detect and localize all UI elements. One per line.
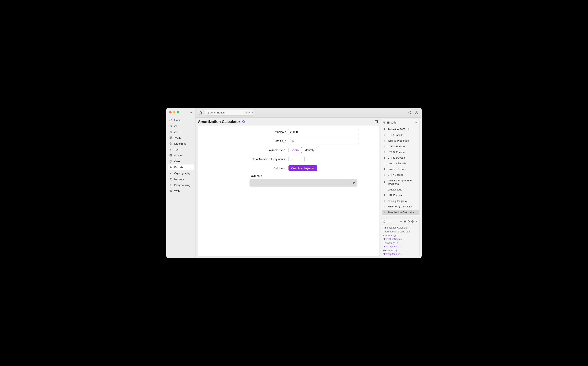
rate-input[interactable] (288, 138, 359, 144)
share-icon[interactable] (407, 110, 412, 115)
window-minimize-dot[interactable] (173, 111, 175, 114)
sidebar-item-datetime[interactable]: Date/Time (168, 141, 194, 146)
tool-item[interactable]: UTF8 Encode (382, 132, 419, 138)
info-repository: Repository: https://github.com… (383, 242, 417, 248)
kbd-cmd: ⌘ (245, 111, 249, 114)
payment-output (249, 179, 357, 187)
search-input[interactable] (210, 111, 243, 114)
tool-item[interactable]: Unicode Encode (382, 161, 419, 167)
tool-item[interactable]: Properties To Toml (382, 127, 419, 132)
info-header: 0.0.7 (381, 218, 419, 225)
encode-icon (169, 166, 172, 169)
clock-icon (169, 142, 172, 145)
info-name: Amortization Calculator (383, 226, 417, 229)
sidebar-item-label: Network (174, 178, 184, 181)
text-icon (169, 148, 172, 151)
label-rate: Rate (%) (217, 139, 286, 143)
copy-icon[interactable] (352, 181, 355, 184)
user-icon[interactable] (414, 110, 419, 115)
tool-icon (383, 188, 386, 191)
bolt-icon (169, 183, 172, 187)
copy-icon[interactable] (400, 220, 402, 223)
sidebar-item-json[interactable]: JSON (168, 129, 194, 135)
svg-point-16 (408, 112, 409, 113)
link-icon (394, 235, 396, 237)
info-tool-link-label: Tool Link: (383, 234, 393, 237)
panel-toggle-icon[interactable] (375, 120, 378, 123)
sidebar-item-yaml[interactable]: YAML (168, 135, 194, 140)
info-icon (383, 220, 385, 223)
github-icon[interactable] (407, 220, 410, 223)
tool-item[interactable]: Unicode Decode (382, 167, 419, 172)
form: Principal Rate (%) Payment Type Yearly M… (217, 129, 359, 187)
segment-yearly[interactable]: Yearly (288, 147, 302, 153)
tool-item[interactable]: URL Decode (382, 187, 419, 193)
svg-point-20 (416, 112, 417, 113)
svg-rect-66 (394, 235, 395, 236)
search-box[interactable]: ⌘ + K (205, 110, 253, 116)
row-principal: Principal (217, 129, 359, 135)
tool-item[interactable]: Toml To Properties (382, 138, 419, 144)
tool-item-label: UTF16 Encode (388, 145, 405, 148)
principal-input[interactable] (288, 129, 359, 135)
tool-item-label: Properties To Toml (388, 128, 409, 131)
sidebar-item-cryptography[interactable]: Cryptography (168, 170, 194, 176)
sidebar-item-label: Image (174, 154, 182, 157)
svg-line-19 (409, 113, 410, 113)
tool-item[interactable]: XIRR(ROI) Calculator (382, 204, 419, 210)
feedback-link[interactable]: https://github.com/… (383, 253, 405, 255)
sidebar-item-image[interactable]: Image (168, 153, 194, 158)
sidebar-item-all[interactable]: All (168, 123, 194, 129)
tool-item[interactable]: UTF7 Decode (382, 172, 419, 178)
svg-point-17 (410, 113, 411, 114)
tool-list-header[interactable]: Encode (381, 119, 419, 126)
window-close-dot[interactable] (169, 111, 172, 114)
segment-monthly[interactable]: Monthly (302, 147, 317, 153)
chevron-down-icon[interactable] (415, 220, 417, 223)
row-payment-type: Payment Type Yearly Monthly (217, 147, 359, 153)
check-icon[interactable] (411, 220, 414, 223)
star-icon[interactable] (242, 120, 245, 123)
sidebar-item-color[interactable]: Color (168, 159, 194, 164)
tool-item[interactable]: Chinese Simplified to Traditional (382, 178, 419, 187)
sidebar-item-label: Home (174, 119, 181, 122)
repo-link[interactable]: https://github.com… (383, 245, 405, 248)
form-card: Principal Rate (%) Payment Type Yearly M… (197, 125, 379, 256)
sidebar-item-text[interactable]: Text (168, 147, 194, 152)
tool-item[interactable]: UTF32 Decode (382, 155, 419, 161)
home-button[interactable] (198, 111, 202, 115)
tool-item-active[interactable]: Amortization Calculator (382, 210, 419, 215)
tool-item[interactable]: en-singular-plural (382, 198, 419, 204)
page-title: Amortization Calculator (198, 120, 240, 124)
info-published: Published at: 5 days ago (383, 230, 417, 233)
sidebar-item-label: Text (174, 148, 179, 151)
calculate-button[interactable]: Calculate Payment (288, 165, 317, 171)
tool-icon (383, 162, 386, 165)
tool-item[interactable]: UTF16 Encode (382, 144, 419, 150)
sidebar-item-network[interactable]: Network (168, 176, 194, 182)
globe-icon[interactable] (404, 220, 406, 223)
sidebar-item-web[interactable]: Web (168, 188, 194, 194)
label-calculate: Calculate (217, 167, 286, 170)
svg-point-13 (207, 112, 208, 113)
sidebar-item-label: Programming (174, 183, 190, 187)
window-maximize-dot[interactable] (177, 111, 179, 114)
kbd-plus: + (249, 112, 250, 114)
tool-item-label: UTF32 Encode (388, 151, 405, 154)
tool-item[interactable]: URL Encode (382, 193, 419, 198)
image-icon (169, 154, 172, 157)
sidebar-item-encode[interactable]: Encode (168, 165, 194, 170)
tool-item[interactable]: UTF32 Encode (382, 150, 419, 155)
sidebar-item-programming[interactable]: Programming (168, 182, 194, 188)
sidebar-item-home[interactable]: Home (168, 117, 194, 123)
total-payments-input[interactable] (288, 156, 305, 162)
cryptography-icon (169, 172, 172, 175)
tool-item-label: UTF32 Decode (388, 156, 405, 160)
link-icon (395, 250, 397, 252)
tool-item-label: en-singular-plural (388, 199, 407, 203)
tool-link[interactable]: https://t.he3app.co… (383, 238, 405, 241)
tool-item-label: Amortization Calculator (388, 211, 414, 214)
tool-item-label: UTF7 Decode (388, 173, 403, 177)
sidebar-collapse-icon[interactable] (190, 111, 193, 114)
wifi-icon (169, 177, 172, 181)
